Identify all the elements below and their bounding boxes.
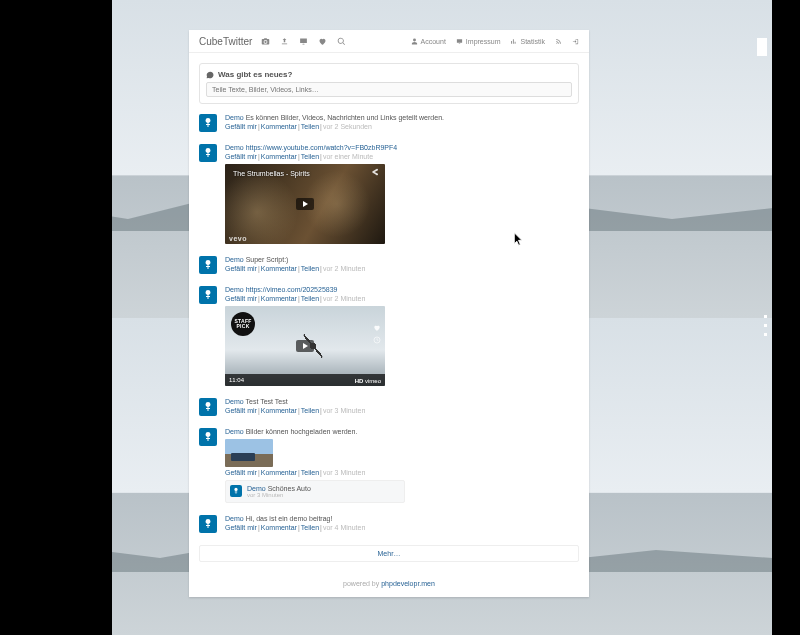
post-time: vor 3 Minuten <box>323 469 365 476</box>
search-icon[interactable] <box>336 36 346 46</box>
comment-link[interactable]: Kommentar <box>261 524 297 531</box>
vevo-badge: vevo <box>229 235 247 242</box>
side-widget <box>757 38 767 56</box>
later-icon[interactable] <box>373 336 381 344</box>
post: Demo https://vimeo.com/202525839 Gefällt… <box>199 286 579 386</box>
heart-icon[interactable] <box>317 36 327 46</box>
avatar[interactable] <box>199 114 217 132</box>
post-text: Hi, das ist ein demo beitrag! <box>246 515 333 522</box>
avatar[interactable] <box>199 144 217 162</box>
video-title: The Strumbellas - Spirits <box>233 170 310 177</box>
comment-link[interactable]: Kommentar <box>261 123 297 130</box>
post: Demo Es können Bilder, Videos, Nachricht… <box>199 114 579 132</box>
avatar[interactable] <box>199 256 217 274</box>
post-text: Bilder können hochgeladen werden. <box>246 428 358 435</box>
post-author[interactable]: Demo <box>225 515 244 522</box>
post-text: Super Script:) <box>246 256 289 263</box>
comment-link[interactable]: Kommentar <box>261 295 297 302</box>
nav-impressum-label: Impressum <box>466 38 501 45</box>
like-link[interactable]: Gefällt mir <box>225 123 257 130</box>
post-link[interactable]: https://www.youtube.com/watch?v=FB0zbR9P… <box>246 144 398 151</box>
avatar[interactable] <box>199 428 217 446</box>
staff-pick-badge: STAFF PICK <box>231 312 255 336</box>
upload-icon[interactable] <box>279 36 289 46</box>
post-time: vor 2 Minuten <box>323 265 365 272</box>
avatar[interactable] <box>230 485 242 497</box>
comment-link[interactable]: Kommentar <box>261 265 297 272</box>
post-link[interactable]: https://vimeo.com/202525839 <box>246 286 338 293</box>
share-link[interactable]: Teilen <box>301 407 319 414</box>
image-attachment[interactable] <box>225 439 273 467</box>
hd-badge: HD <box>355 378 364 384</box>
cursor-icon <box>513 232 524 249</box>
play-icon[interactable] <box>296 340 314 352</box>
comment-link[interactable]: Kommentar <box>261 469 297 476</box>
footer-prefix: powered by <box>343 580 381 587</box>
like-link[interactable]: Gefällt mir <box>225 469 257 476</box>
post: Demo Test Test Test Gefällt mir|Kommenta… <box>199 398 579 416</box>
share-icon[interactable] <box>371 168 379 178</box>
like-link[interactable]: Gefällt mir <box>225 407 257 414</box>
post-time: vor 2 Minuten <box>323 295 365 302</box>
brand[interactable]: CubeTwitter <box>199 36 252 47</box>
post-author[interactable]: Demo <box>225 144 244 151</box>
logout-icon[interactable] <box>572 38 579 45</box>
vimeo-badge: vimeo <box>365 378 381 384</box>
avatar[interactable] <box>199 286 217 304</box>
post-time: vor 2 Sekunden <box>323 123 372 130</box>
post-time: vor 4 Minuten <box>323 524 365 531</box>
comment: Demo Schönes Autovor 3 Minuten <box>225 480 405 503</box>
comment-author[interactable]: Demo <box>247 485 266 492</box>
video-embed[interactable]: STAFF PICK 11:04 HD vimeo <box>225 306 385 386</box>
share-link[interactable]: Teilen <box>301 123 319 130</box>
app-panel: CubeTwitter Account Impressum Statistik … <box>189 30 589 597</box>
like-link[interactable]: Gefällt mir <box>225 265 257 272</box>
like-link[interactable]: Gefällt mir <box>225 153 257 160</box>
avatar[interactable] <box>199 515 217 533</box>
post-text: Test Test Test <box>246 398 288 405</box>
post-author[interactable]: Demo <box>225 114 244 121</box>
load-more[interactable]: Mehr… <box>199 545 579 562</box>
navbar: CubeTwitter Account Impressum Statistik <box>189 30 589 53</box>
post-author[interactable]: Demo <box>225 256 244 263</box>
nav-statistik-label: Statistik <box>520 38 545 45</box>
compose-box: Was gibt es neues? <box>199 63 579 104</box>
rss-icon[interactable] <box>555 38 562 45</box>
nav-account-label: Account <box>421 38 446 45</box>
share-link[interactable]: Teilen <box>301 295 319 302</box>
post: Demo https://www.youtube.com/watch?v=FB0… <box>199 144 579 244</box>
post: Demo Bilder können hochgeladen werden. G… <box>199 428 579 503</box>
avatar[interactable] <box>199 398 217 416</box>
compose-input[interactable] <box>206 82 572 97</box>
video-duration: 11:04 <box>229 377 244 383</box>
compose-title: Was gibt es neues? <box>218 70 292 79</box>
video-embed[interactable]: The Strumbellas - Spirits vevo <box>225 164 385 244</box>
post-time: vor 3 Minuten <box>323 407 365 414</box>
desktop-icon[interactable] <box>298 36 308 46</box>
comment-link[interactable]: Kommentar <box>261 153 297 160</box>
share-link[interactable]: Teilen <box>301 469 319 476</box>
post-author[interactable]: Demo <box>225 398 244 405</box>
nav-impressum[interactable]: Impressum <box>456 38 501 45</box>
like-link[interactable]: Gefällt mir <box>225 295 257 302</box>
share-link[interactable]: Teilen <box>301 524 319 531</box>
like-icon[interactable] <box>373 324 381 332</box>
nav-statistik[interactable]: Statistik <box>510 38 545 45</box>
post-text: Es können Bilder, Videos, Nachrichten un… <box>246 114 444 121</box>
post-author[interactable]: Demo <box>225 428 244 435</box>
side-indicator <box>764 315 767 336</box>
play-icon[interactable] <box>296 198 314 210</box>
share-link[interactable]: Teilen <box>301 153 319 160</box>
like-link[interactable]: Gefällt mir <box>225 524 257 531</box>
post-time: vor einer Minute <box>323 153 373 160</box>
share-link[interactable]: Teilen <box>301 265 319 272</box>
footer-link[interactable]: phpdevelopr.men <box>381 580 435 587</box>
comment-text: Schönes Auto <box>268 485 311 492</box>
comment-link[interactable]: Kommentar <box>261 407 297 414</box>
load-more-label: Mehr… <box>378 550 401 557</box>
footer: powered by phpdevelopr.men <box>189 572 589 597</box>
camera-icon[interactable] <box>260 36 270 46</box>
nav-account[interactable]: Account <box>411 38 446 45</box>
post-author[interactable]: Demo <box>225 286 244 293</box>
comment-time: vor 3 Minuten <box>247 492 311 498</box>
